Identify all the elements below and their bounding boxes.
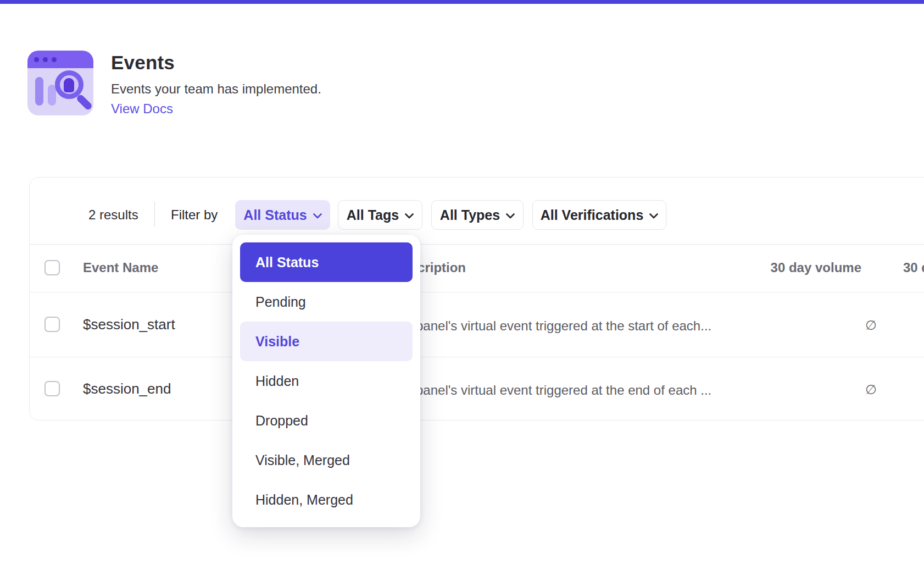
event-name-cell[interactable]: $session_start [83,316,175,333]
chevron-down-icon [313,213,322,219]
header-row-divider [30,292,924,292]
top-accent-bar [0,0,924,4]
event-description-cell: panel's virtual event triggered at the s… [416,318,711,334]
chevron-down-icon [649,213,658,219]
filter-all-status-label: All Status [243,207,307,223]
row-checkbox[interactable] [44,381,60,396]
page-subtitle: Events your team has implemented. [111,81,321,97]
toolbar-divider [154,202,155,227]
filter-all-verifications-button[interactable]: All Verifications [532,200,666,230]
events-card: 2 results Filter by All Status All Tags … [29,177,924,421]
event-name-cell[interactable]: $session_end [83,380,171,397]
page-title: Events [111,52,175,74]
column-header-30-day-users-clipped[interactable]: 30 d [903,260,924,275]
chevron-down-icon [506,213,515,219]
menu-item-all-status[interactable]: All Status [240,242,413,282]
event-description-cell: panel's virtual event triggered at the e… [416,383,711,398]
filter-all-types-label: All Types [440,207,500,223]
chevron-down-icon [405,213,414,219]
select-all-checkbox[interactable] [44,260,60,275]
filter-all-verifications-label: All Verifications [541,207,644,223]
window-dot-icon [43,57,48,62]
view-docs-link[interactable]: View Docs [111,101,173,117]
events-illustration-icon [27,51,93,115]
window-dot-icon [52,57,57,62]
row-divider [30,357,924,357]
filter-all-types-button[interactable]: All Types [431,200,524,230]
results-count: 2 results [88,207,138,223]
menu-item-pending[interactable]: Pending [240,282,413,322]
volume-value: ∅ [789,382,877,397]
volume-value: ∅ [789,318,877,333]
filter-all-status-button[interactable]: All Status [235,200,330,230]
menu-item-hidden-merged[interactable]: Hidden, Merged [240,480,413,519]
menu-item-hidden[interactable]: Hidden [240,361,413,401]
filter-all-tags-button[interactable]: All Tags [338,200,422,230]
menu-item-dropped[interactable]: Dropped [240,401,413,440]
column-header-event-name[interactable]: Event Name [83,260,158,275]
filter-all-tags-label: All Tags [347,207,399,223]
window-dot-icon [34,57,39,62]
column-header-30-day-volume[interactable]: 30 day volume [752,260,861,275]
filter-by-label: Filter by [171,207,218,223]
magnifier-inner-icon [64,78,74,92]
chart-bar-icon [35,77,43,106]
status-filter-dropdown: All Status Pending Visible Hidden Droppe… [232,235,420,527]
menu-item-visible-merged[interactable]: Visible, Merged [240,440,413,480]
magnifier-handle-icon [76,93,93,111]
row-checkbox[interactable] [44,317,60,332]
toolbar-bottom-divider [30,244,924,245]
menu-item-visible[interactable]: Visible [240,322,413,361]
